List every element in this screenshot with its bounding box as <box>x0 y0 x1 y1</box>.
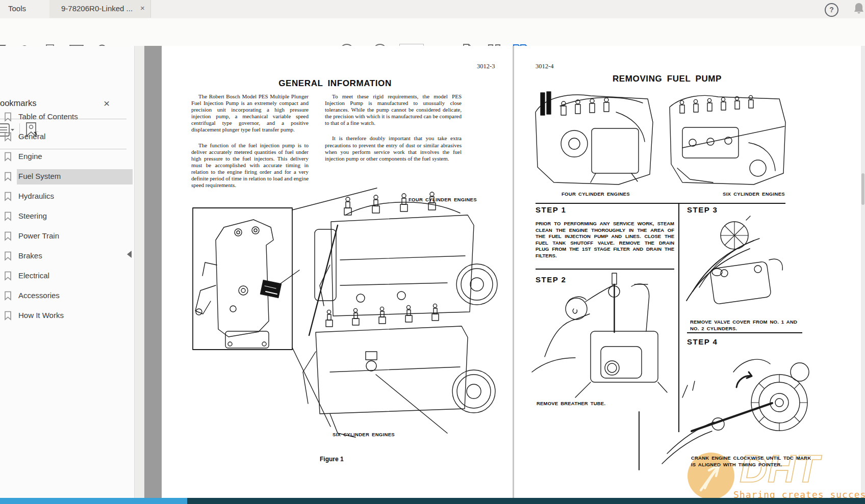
four-cylinder-label: FOUR CYLINDER ENGINES <box>409 197 477 202</box>
step4-heading: STEP 4 <box>687 337 718 346</box>
watermark-brand-text: DHT <box>739 447 865 493</box>
figure-caption: Figure 1 <box>320 456 344 463</box>
divider <box>687 332 802 333</box>
help-icon[interactable]: ? <box>825 3 838 17</box>
svg-text:DHT: DHT <box>740 447 822 490</box>
sidebar-item-engine[interactable]: Engine <box>0 149 134 165</box>
tab-document[interactable]: 9-78206R0-Linked ... × <box>49 0 150 18</box>
bookmark-icon <box>4 251 12 263</box>
sidebar-item-brakes[interactable]: Brakes <box>0 249 134 264</box>
tab-separator <box>150 0 151 18</box>
divider <box>536 269 674 270</box>
divider <box>536 203 785 204</box>
bookmark-icon <box>4 112 12 124</box>
document-scrollbar-thumb[interactable] <box>861 173 864 205</box>
bottom-scrollbar-thumb[interactable] <box>0 498 187 504</box>
column-divider <box>678 203 679 432</box>
sidebar-item-fuel-system[interactable]: Fuel System <box>0 169 134 184</box>
step2-caption: REMOVE BREATHER TUBE. <box>537 401 669 407</box>
document-scrollbar[interactable] <box>861 46 865 498</box>
bookmark-icon <box>4 172 12 183</box>
bookmark-icon <box>4 291 12 303</box>
sidebar-item-power-train[interactable]: Power Train <box>0 229 134 244</box>
removal-steps-illustrations <box>514 46 861 500</box>
toolbar: / 1425 <box>0 18 865 46</box>
step1-text: PRIOR TO PERFORMING ANY SERVICE WORK, ST… <box>536 221 674 259</box>
bookmark-icon <box>4 192 12 203</box>
notifications-bell-icon[interactable] <box>853 2 865 17</box>
bookmarks-panel-title: Bookmarks <box>0 98 37 108</box>
sidebar-item-table-of-contents[interactable]: Table of Contents <box>0 110 134 125</box>
step4-caption: CRANK ENGINE CLOCKWISE UNTIL TDC MARK IS… <box>691 455 816 468</box>
tab-bar: Tools 9-78206R0-Linked ... × ? <box>0 0 865 19</box>
bookmark-icon <box>4 231 12 243</box>
sidebar-item-general[interactable]: General <box>0 129 134 145</box>
collapse-panel-icon[interactable] <box>127 251 132 258</box>
bookmark-icon <box>4 311 12 323</box>
bottom-scrollbar[interactable] <box>0 498 865 504</box>
step2-heading: STEP 2 <box>536 275 566 284</box>
bookmark-icon <box>4 271 12 283</box>
bookmark-icon <box>4 132 12 144</box>
bookmark-icon <box>4 211 12 223</box>
document-tab-label: 9-78206R0-Linked ... <box>61 4 133 13</box>
close-tab-icon[interactable]: × <box>140 4 145 12</box>
sidebar-item-accessories[interactable]: Accessories <box>0 288 134 304</box>
sidebar-item-electrical[interactable]: Electrical <box>0 269 134 284</box>
step1-heading: STEP 1 <box>536 205 566 214</box>
six-cylinder-label: SIX CYLINDER ENGINES <box>333 432 395 437</box>
sidebar-scrollbar[interactable] <box>134 46 145 498</box>
pdf-page-left: 3012-3 GENERAL INFORMATION The Robert Bo… <box>162 46 513 498</box>
step3-caption: REMOVE VALVE COVER FROM NO. 1 AND NO. 2 … <box>690 319 807 332</box>
pdf-page-right: 3012-4 REMOVING FUEL PUMP <box>514 46 861 498</box>
tab-tools[interactable]: Tools <box>8 4 26 13</box>
sidebar-item-how-it-works[interactable]: How It Works <box>0 308 134 324</box>
acrobat-window: Tools 9-78206R0-Linked ... × ? <box>0 0 865 504</box>
close-panel-icon[interactable]: × <box>104 97 110 110</box>
step3-heading: STEP 3 <box>687 205 718 214</box>
sidebar-item-steering[interactable]: Steering <box>0 209 134 224</box>
bookmark-icon <box>4 152 12 164</box>
six-cylinder-label: SIX CYLINDER ENGINES <box>723 191 785 197</box>
sidebar-item-hydraulics[interactable]: Hydraulics <box>0 189 134 204</box>
four-cylinder-label: FOUR CYLINDER ENGINES <box>562 191 630 197</box>
bookmarks-panel: Bookmarks × Table of Contents General En… <box>0 46 144 498</box>
